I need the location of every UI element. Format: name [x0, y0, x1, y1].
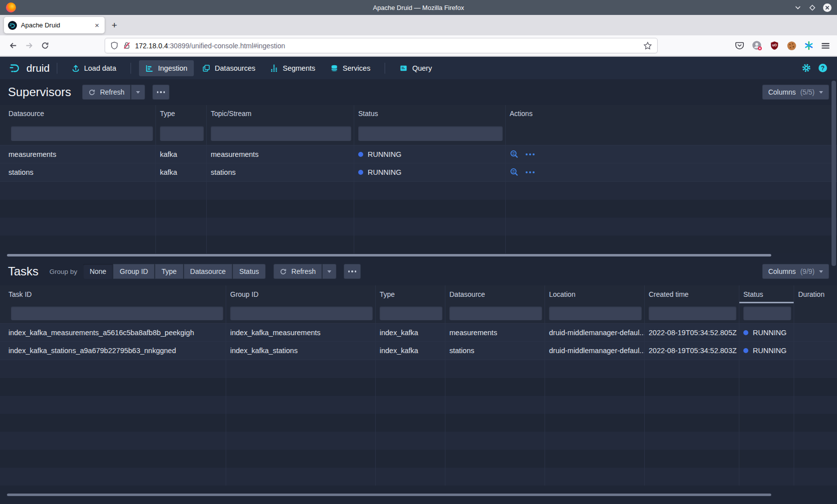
column-header-actions[interactable]: Actions: [506, 105, 837, 122]
group-by-datasource-button[interactable]: Datasource: [184, 264, 233, 279]
empty-cell: [794, 414, 837, 432]
tracking-shield-icon[interactable]: [110, 41, 119, 50]
datasource-filter-input[interactable]: [11, 126, 153, 141]
task-row-stations[interactable]: index_kafka_stations_a9a679b22795b63_nnk…: [0, 342, 837, 360]
tasks-more-button[interactable]: [344, 264, 361, 279]
group-by-type-button[interactable]: Type: [155, 264, 183, 279]
menu-hamburger-icon[interactable]: [821, 41, 830, 50]
column-header-status[interactable]: Status: [354, 105, 506, 122]
nav-item-datasources[interactable]: Datasources: [196, 60, 262, 76]
supervisors-refresh-button[interactable]: Refresh: [82, 85, 131, 100]
group-id-filter-input[interactable]: [230, 306, 373, 320]
inspect-magnifier-icon[interactable]: [510, 150, 519, 159]
column-header-created-time[interactable]: Created time: [645, 285, 739, 303]
nav-item-segments[interactable]: Segments: [264, 60, 321, 76]
tasks-refresh-caret-button[interactable]: [322, 264, 336, 279]
empty-cell: [0, 396, 226, 414]
settings-gear-icon[interactable]: [802, 63, 811, 73]
nav-item-load-data[interactable]: Load data: [65, 60, 123, 76]
back-icon[interactable]: [5, 38, 21, 53]
status-filter-input[interactable]: [743, 306, 791, 320]
empty-cell: [0, 236, 156, 253]
inspect-magnifier-icon[interactable]: [510, 168, 519, 177]
row-more-icon[interactable]: [526, 171, 535, 173]
more-icon: [157, 91, 165, 93]
window-maximize-icon[interactable]: [808, 3, 817, 12]
supervisors-horizontal-scrollbar[interactable]: [0, 253, 837, 257]
column-header-type[interactable]: Type: [156, 105, 207, 122]
empty-row: [0, 432, 837, 450]
extension-asterisk-icon[interactable]: [804, 41, 814, 50]
druid-logo[interactable]: druid: [9, 62, 50, 75]
forward-icon[interactable]: [21, 38, 37, 53]
cookie-icon[interactable]: [787, 41, 797, 51]
type-filter-input[interactable]: [160, 126, 204, 141]
column-header-datasource[interactable]: Datasource: [0, 105, 156, 122]
row-more-icon[interactable]: [526, 153, 535, 155]
location-filter-input[interactable]: [549, 306, 642, 320]
nav-item-services[interactable]: Services: [324, 60, 377, 76]
account-icon[interactable]: [752, 40, 762, 51]
column-header-location[interactable]: Location: [545, 285, 645, 303]
ublock-icon[interactable]: uO: [770, 41, 779, 50]
tab-close-icon[interactable]: ×: [93, 21, 101, 29]
supervisor-row-stations[interactable]: stations kafka stations RUNNING: [0, 163, 837, 182]
page-vertical-scrollbar[interactable]: [832, 81, 836, 499]
column-header-topic-stream[interactable]: Topic/Stream: [207, 105, 354, 122]
group-by-status-button[interactable]: Status: [233, 264, 266, 279]
empty-cell: [545, 468, 645, 486]
column-header-duration[interactable]: Duration: [794, 285, 837, 303]
supervisors-columns-button[interactable]: Columns (5/5): [762, 85, 829, 100]
task-row-measurements[interactable]: index_kafka_measurements_a5616c5ba8afb8b…: [0, 323, 837, 342]
group-by-group-id-button[interactable]: Group ID: [113, 264, 154, 279]
new-tab-button[interactable]: +: [112, 20, 117, 30]
empty-cell: [156, 218, 207, 236]
empty-cell: [739, 414, 794, 432]
supervisor-row-measurements[interactable]: measurements kafka measurements RUNNING: [0, 145, 837, 163]
more-icon: [348, 270, 357, 272]
supervisors-more-button[interactable]: [152, 85, 169, 100]
druid-favicon-icon: [8, 21, 17, 30]
reload-icon[interactable]: [37, 38, 53, 53]
empty-cell: [376, 432, 445, 450]
window-close-icon[interactable]: [823, 3, 832, 12]
window-minimize-icon[interactable]: [794, 3, 802, 12]
nav-item-query[interactable]: Query: [393, 60, 438, 76]
help-icon[interactable]: ?: [819, 64, 827, 72]
browser-tab-apache-druid[interactable]: Apache Druid ×: [4, 17, 105, 33]
column-header-datasource[interactable]: Datasource: [445, 285, 545, 303]
type-filter-input[interactable]: [380, 306, 442, 320]
empty-cell: [0, 450, 226, 468]
empty-cell: [445, 396, 545, 414]
insecure-lock-icon[interactable]: [123, 41, 131, 50]
topic-filter-input[interactable]: [211, 126, 351, 141]
status-filter-input[interactable]: [358, 126, 503, 141]
created-time-filter-input[interactable]: [649, 306, 736, 320]
url-bar[interactable]: 172.18.0.4:30899/unified-console.html#in…: [105, 38, 658, 53]
empty-cell: [506, 236, 837, 253]
status-badge: RUNNING: [354, 163, 506, 181]
empty-cell: [0, 200, 156, 218]
task-id-filter-input[interactable]: [11, 306, 223, 320]
group-by-none-button[interactable]: None: [83, 264, 113, 279]
datasource-filter-input[interactable]: [449, 306, 542, 320]
column-header-type[interactable]: Type: [376, 285, 445, 303]
column-header-task-id[interactable]: Task ID: [0, 285, 226, 303]
tasks-columns-button[interactable]: Columns (9/9): [762, 264, 829, 279]
empty-cell: [506, 218, 837, 236]
url-text: 172.18.0.4:30899/unified-console.html#in…: [135, 42, 643, 50]
ingestion-icon: [145, 64, 153, 72]
column-header-group-id[interactable]: Group ID: [226, 285, 376, 303]
empty-cell: [794, 432, 837, 450]
empty-cell: [506, 200, 837, 218]
column-header-status-sorted[interactable]: Status: [739, 285, 794, 303]
nav-item-ingestion[interactable]: Ingestion: [139, 60, 194, 76]
running-dot-icon: [358, 170, 363, 175]
supervisors-refresh-caret-button[interactable]: [131, 85, 145, 100]
empty-cell: [354, 236, 506, 253]
tasks-refresh-button[interactable]: Refresh: [274, 264, 322, 279]
bookmark-star-icon[interactable]: [643, 41, 652, 50]
pocket-icon[interactable]: [735, 41, 744, 50]
empty-cell: [207, 200, 354, 218]
tasks-horizontal-scrollbar[interactable]: [0, 486, 837, 504]
